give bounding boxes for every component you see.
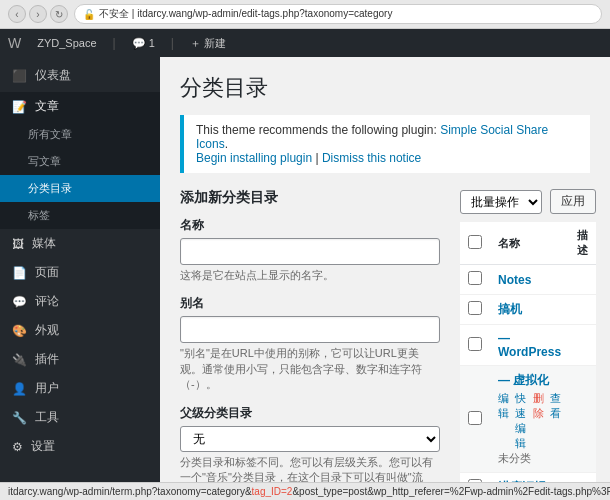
slug-input[interactable]	[180, 316, 440, 343]
sidebar-item-settings[interactable]: ⚙ 设置	[0, 432, 160, 461]
quick-edit-action[interactable]: 快速编辑	[515, 391, 527, 451]
back-button[interactable]: ‹	[8, 5, 26, 23]
categories-table-area: 批量操作 应用 名称 描述	[460, 189, 596, 500]
status-rest: &post_type=post&wp_http_referer=%2Fwp-ad…	[292, 486, 610, 497]
bar-separator2: |	[171, 36, 174, 50]
notice-install-link[interactable]: Begin installing plugin	[196, 151, 312, 165]
sidebar-item-comments[interactable]: 💬 评论	[0, 287, 160, 316]
sidebar-item-plugins[interactable]: 🔌 插件	[0, 345, 160, 374]
slug-label: 别名	[180, 295, 440, 312]
tools-icon: 🔧	[12, 411, 27, 425]
sidebar-item-pages[interactable]: 📄 页面	[0, 258, 160, 287]
form-title: 添加新分类目录	[180, 189, 440, 207]
cat-name-virtual[interactable]: — 虚拟化	[498, 373, 549, 387]
row-checkbox[interactable]	[468, 301, 482, 315]
name-input[interactable]	[180, 238, 440, 265]
row-checkbox[interactable]	[468, 271, 482, 285]
nav-buttons[interactable]: ‹ › ↻	[8, 5, 68, 23]
cat-name-wordpress[interactable]: — WordPress	[498, 331, 561, 359]
row-actions-virtual: 编辑 快速编辑 删除 查看	[498, 391, 561, 451]
posts-label: 文章	[35, 98, 59, 115]
cat-name-notes[interactable]: Notes	[498, 273, 531, 287]
comments-count[interactable]: 💬 1	[128, 37, 159, 50]
sidebar: ⬛ 仪表盘 📝 文章 所有文章 写文章 分类目录 标签	[0, 57, 160, 500]
bar-separator: |	[113, 36, 116, 50]
notice-text: This theme recommends the following plug…	[196, 123, 440, 137]
col-header-checkbox	[460, 222, 490, 265]
row-checkbox[interactable]	[468, 337, 482, 351]
posts-submenu: 所有文章 写文章 分类目录 标签	[0, 121, 160, 229]
status-bar: itdarcy.wang/wp-admin/term.php?taxonomy=…	[0, 482, 610, 500]
sidebar-item-categories[interactable]: 分类目录	[0, 175, 160, 202]
table-row: Notes	[460, 265, 596, 295]
row-checkbox[interactable]	[468, 411, 482, 425]
settings-icon: ⚙	[12, 440, 23, 454]
site-name[interactable]: ZYD_Space	[33, 37, 100, 49]
edit-action[interactable]: 编辑	[498, 391, 509, 451]
pages-icon: 📄	[12, 266, 27, 280]
sidebar-item-tags[interactable]: 标签	[0, 202, 160, 229]
appearance-icon: 🎨	[12, 324, 27, 338]
refresh-button[interactable]: ↻	[50, 5, 68, 23]
categories-table: 名称 描述 Notes 搞机	[460, 222, 596, 500]
name-label: 名称	[180, 217, 440, 234]
sidebar-item-dashboard[interactable]: ⬛ 仪表盘	[0, 61, 160, 90]
dashboard-icon: ⬛	[12, 69, 27, 83]
comment-icon: 💬	[132, 37, 146, 49]
wp-logo-icon[interactable]: W	[8, 35, 21, 51]
forward-button[interactable]: ›	[29, 5, 47, 23]
view-action[interactable]: 查看	[550, 391, 561, 451]
sidebar-item-media[interactable]: 🖼 媒体	[0, 229, 160, 258]
comments-icon: 💬	[12, 295, 27, 309]
slug-hint: "别名"是在URL中使用的别称，它可以让URL更美观。通常使用小写，只能包含字母…	[180, 346, 440, 392]
select-all-checkbox[interactable]	[468, 235, 482, 249]
url-text: 不安全 | itdarcy.wang/wp-admin/edit-tags.ph…	[99, 7, 392, 21]
wp-admin-bar: W ZYD_Space | 💬 1 | ＋ 新建	[0, 29, 610, 57]
form-group-name: 名称 这将是它在站点上显示的名字。	[180, 217, 440, 283]
sidebar-item-posts[interactable]: 📝 文章	[0, 92, 160, 121]
delete-action[interactable]: 删除	[533, 391, 544, 451]
sidebar-item-all-posts[interactable]: 所有文章	[0, 121, 160, 148]
name-hint: 这将是它在站点上显示的名字。	[180, 268, 440, 283]
new-post-button[interactable]: ＋ 新建	[186, 36, 230, 51]
notice-dismiss-link[interactable]: Dismiss this notice	[322, 151, 421, 165]
sidebar-section-posts: 📝 文章 所有文章 写文章 分类目录 标签	[0, 92, 160, 229]
plugins-icon: 🔌	[12, 353, 27, 367]
apply-button-top[interactable]: 应用	[550, 189, 596, 214]
bulk-action-bar-top: 批量操作 应用	[460, 189, 596, 214]
bulk-action-select-top[interactable]: 批量操作	[460, 190, 542, 214]
sidebar-item-users[interactable]: 👤 用户	[0, 374, 160, 403]
table-row: — WordPress	[460, 325, 596, 366]
col-header-desc: 描述	[569, 222, 596, 265]
add-category-form: 添加新分类目录 名称 这将是它在站点上显示的名字。 别名 "别名"是在URL中使…	[180, 189, 440, 500]
two-col-layout: 添加新分类目录 名称 这将是它在站点上显示的名字。 别名 "别名"是在URL中使…	[180, 189, 590, 500]
lock-icon: 🔓	[83, 9, 95, 20]
parent-select[interactable]: 无	[180, 426, 440, 452]
sidebar-item-appearance[interactable]: 🎨 外观	[0, 316, 160, 345]
plugin-notice: This theme recommends the following plug…	[180, 115, 590, 173]
sidebar-item-add-post[interactable]: 写文章	[0, 148, 160, 175]
status-highlight: tag_ID=2	[252, 486, 293, 497]
uncategorized-label: 未分类	[498, 451, 561, 466]
sidebar-item-tools[interactable]: 🔧 工具	[0, 403, 160, 432]
cat-name-gaoji[interactable]: 搞机	[498, 302, 522, 316]
media-icon: 🖼	[12, 237, 24, 251]
col-header-name: 名称	[490, 222, 569, 265]
main-layout: ⬛ 仪表盘 📝 文章 所有文章 写文章 分类目录 标签	[0, 57, 610, 500]
address-bar[interactable]: 🔓 不安全 | itdarcy.wang/wp-admin/edit-tags.…	[74, 4, 602, 24]
status-url: itdarcy.wang/wp-admin/term.php?taxonomy=…	[8, 486, 252, 497]
page-title: 分类目录	[180, 73, 590, 103]
browser-bar: ‹ › ↻ 🔓 不安全 | itdarcy.wang/wp-admin/edit…	[0, 0, 610, 29]
table-row: 搞机	[460, 295, 596, 325]
table-row: — 虚拟化 编辑 快速编辑 删除 查看 未分类	[460, 366, 596, 473]
posts-icon: 📝	[12, 100, 27, 114]
form-group-slug: 别名 "别名"是在URL中使用的别称，它可以让URL更美观。通常使用小写，只能包…	[180, 295, 440, 392]
content-area: 分类目录 This theme recommends the following…	[160, 57, 610, 500]
parent-label: 父级分类目录	[180, 405, 440, 422]
users-icon: 👤	[12, 382, 27, 396]
